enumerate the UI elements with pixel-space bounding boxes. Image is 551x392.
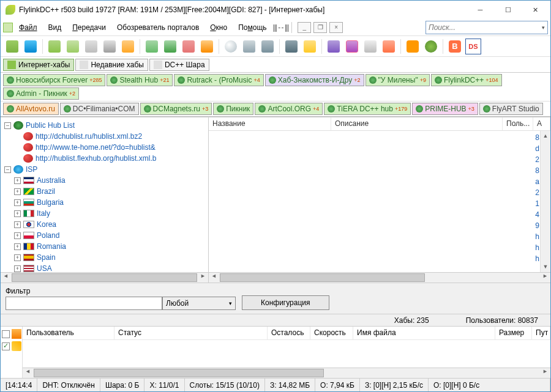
- hub-tab[interactable]: Admin - Пикник+2: [3, 87, 79, 100]
- tree-row[interactable]: http://dchublist.ru/hublist.xml.bz2: [2, 131, 207, 142]
- tcol-left[interactable]: Осталось: [268, 327, 310, 339]
- hub-tab[interactable]: Новосибирск Forever+285: [3, 74, 105, 86]
- doc-tab[interactable]: Интернет-хабы: [3, 59, 74, 71]
- menu-file[interactable]: Файл: [14, 21, 42, 34]
- tree-row[interactable]: http://hublist.flexhub.org/hublist.xml.b: [2, 153, 207, 164]
- tb-globe[interactable]: [423, 39, 439, 54]
- tree-row[interactable]: +Bulgaria: [2, 197, 207, 208]
- tb-users-fav[interactable]: [102, 39, 118, 54]
- transfers-body[interactable]: [23, 340, 550, 368]
- minimize-button[interactable]: ─: [467, 1, 494, 19]
- col-a[interactable]: A: [533, 117, 550, 130]
- mdi-restore-button[interactable]: ❐: [313, 22, 327, 33]
- search-dropdown-icon[interactable]: ▾: [542, 24, 545, 31]
- status-slots: Слоты: 15/15 (10/10): [185, 379, 265, 391]
- tcol-user[interactable]: Пользователь: [23, 327, 114, 339]
- hub-tab[interactable]: AllAvtovo.ru: [3, 103, 59, 115]
- doc-tab[interactable]: DC++ Шара: [149, 59, 209, 71]
- tb-users[interactable]: [83, 39, 99, 54]
- list-hscroll[interactable]: ◄ ►: [209, 272, 550, 283]
- doc-tab[interactable]: Недавние хабы: [75, 59, 148, 71]
- tb-shutdown[interactable]: [381, 39, 397, 54]
- brush-icon: [12, 341, 21, 351]
- tcol-status[interactable]: Статус: [114, 327, 268, 339]
- hub-tab[interactable]: DCMagnets.ru+3: [140, 103, 212, 115]
- hub-tab[interactable]: Rutrack - (ProMusic+4: [174, 74, 263, 86]
- filter-check1[interactable]: [2, 330, 10, 338]
- hub-tab[interactable]: PRIME-HUB+3: [412, 103, 478, 115]
- tcol-path[interactable]: Пут: [532, 327, 550, 339]
- tree-row[interactable]: +Korea: [2, 219, 207, 230]
- tb-search[interactable]: [223, 39, 239, 54]
- tree-row[interactable]: +USA: [2, 263, 207, 272]
- tb-hubs[interactable]: [47, 39, 62, 54]
- tree-row[interactable]: +Spain: [2, 252, 207, 263]
- tcol-file[interactable]: Имя файла: [353, 327, 495, 339]
- tb-net1[interactable]: [326, 39, 342, 54]
- tree-row[interactable]: +Poland: [2, 230, 207, 241]
- filter-type-select[interactable]: Любой▾: [162, 297, 236, 310]
- tb-settings[interactable]: [283, 39, 299, 54]
- tb-net2[interactable]: [344, 39, 360, 54]
- tb-hubs-fav[interactable]: [65, 39, 81, 54]
- tb-spy[interactable]: [260, 39, 276, 54]
- tb-ul1[interactable]: [181, 39, 197, 54]
- menu-view[interactable]: Вид: [43, 21, 67, 34]
- hub-tab[interactable]: DC•Filimania•COM: [60, 103, 139, 115]
- tree-hscroll[interactable]: ◄ ►: [1, 272, 208, 283]
- hub-tab[interactable]: "У Милены"+9: [365, 74, 430, 86]
- tree-row[interactable]: +Australia: [2, 175, 207, 186]
- app-menu-icon[interactable]: [3, 23, 13, 32]
- tree-row[interactable]: +Brazil: [2, 186, 207, 197]
- transfers-header[interactable]: Пользователь Статус Осталось Скорость Им…: [23, 327, 550, 340]
- tb-reconnect[interactable]: [4, 39, 20, 54]
- filter-check2[interactable]: ✓: [2, 342, 10, 350]
- tb-blogger[interactable]: B: [447, 39, 463, 54]
- tb-ds[interactable]: DS: [465, 39, 481, 54]
- hub-tab[interactable]: FlylinkDC+++104: [431, 74, 502, 86]
- menu-portals[interactable]: Обозреватель порталов: [112, 21, 204, 34]
- tcol-speed[interactable]: Скорость: [310, 327, 353, 339]
- tb-cdm[interactable]: [362, 39, 378, 54]
- menu-help[interactable]: Помощь: [233, 21, 271, 34]
- mdi-minimize-button[interactable]: _: [298, 22, 311, 33]
- col-desc[interactable]: Описание: [331, 117, 503, 130]
- maximize-button[interactable]: ☐: [494, 1, 522, 19]
- search-input[interactable]: [429, 23, 542, 32]
- search-box[interactable]: ▾: [425, 21, 548, 34]
- hub-tab[interactable]: Stealth Hub+21: [107, 74, 173, 86]
- tb-notepad[interactable]: [302, 39, 318, 54]
- filter-input[interactable]: [6, 297, 162, 310]
- list-header[interactable]: Название Описание Поль... A: [209, 117, 550, 131]
- menubar: Файл Вид Передачи Обозреватель порталов …: [1, 19, 550, 36]
- hub-tab[interactable]: TiERA DC++ hub+179: [324, 103, 411, 115]
- hub-tab[interactable]: Пикник: [213, 103, 253, 115]
- hub-tab[interactable]: FlyART Studio: [479, 103, 543, 115]
- tree-row[interactable]: +Romania: [2, 241, 207, 252]
- tree-row[interactable]: –Public Hub List: [2, 120, 207, 131]
- menu-window[interactable]: Окно: [205, 21, 232, 34]
- col-users[interactable]: Поль...: [503, 117, 533, 130]
- list-body[interactable]: 8d28a2149hhh ▲ ▼: [209, 131, 550, 272]
- list-vscroll[interactable]: ▲ ▼: [540, 131, 550, 272]
- close-button[interactable]: ✕: [522, 1, 549, 19]
- tree-row[interactable]: –ISP: [2, 164, 207, 175]
- tree-row[interactable]: +Italy: [2, 208, 207, 219]
- tcol-size[interactable]: Размер: [495, 327, 532, 339]
- tb-ul2[interactable]: [199, 39, 215, 54]
- col-name[interactable]: Название: [209, 117, 331, 130]
- hub-tab[interactable]: ArtCool.ORG+4: [255, 103, 323, 115]
- tb-dl2[interactable]: [162, 39, 178, 54]
- tb-recent[interactable]: [120, 39, 136, 54]
- tree-row[interactable]: http://www.te-home.net/?do=hublist&: [2, 142, 207, 153]
- hub-tab[interactable]: Хаб-Знакомств-И-Дру+2: [265, 74, 364, 86]
- tb-follow[interactable]: [23, 39, 39, 54]
- config-button[interactable]: Конфигурация: [242, 295, 329, 310]
- mdi-close-button[interactable]: ×: [329, 22, 343, 33]
- tb-adlsearch[interactable]: [241, 39, 257, 54]
- tb-dl1[interactable]: [144, 39, 160, 54]
- hub-tree[interactable]: –Public Hub Listhttp://dchublist.ru/hubl…: [1, 117, 208, 272]
- tb-rss[interactable]: [405, 39, 421, 54]
- transfers-hscroll[interactable]: ◄ ►: [23, 368, 550, 378]
- menu-transfers[interactable]: Передачи: [67, 21, 111, 34]
